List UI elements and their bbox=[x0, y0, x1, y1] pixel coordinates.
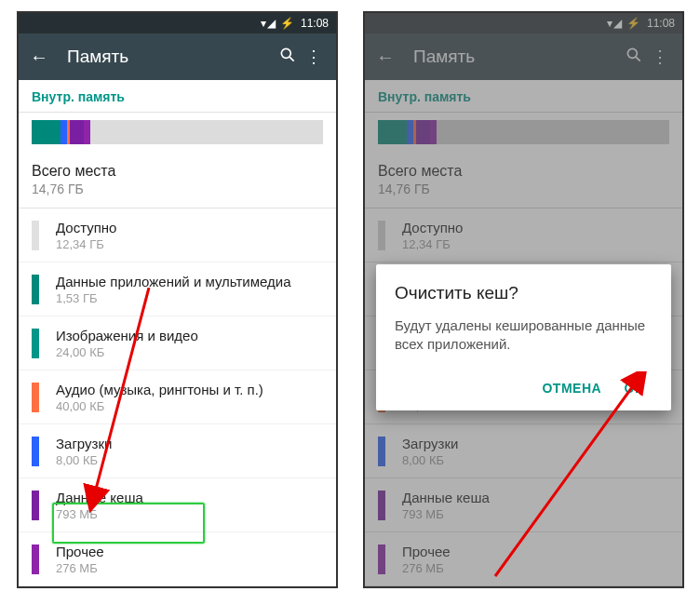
storage-label: Изображения и видео bbox=[56, 328, 198, 343]
cancel-button[interactable]: ОТМЕНА bbox=[532, 375, 611, 401]
storage-row[interactable]: Прочее276 МБ bbox=[19, 532, 336, 586]
clear-cache-dialog: Очистить кеш? Будут удалены кешированные… bbox=[376, 264, 671, 410]
storage-value: 24,00 КБ bbox=[56, 345, 198, 359]
storage-row[interactable]: Доступно12,34 ГБ bbox=[19, 208, 336, 262]
dialog-actions: ОТМЕНА ОК bbox=[395, 375, 653, 401]
storage-value: 793 МБ bbox=[56, 507, 143, 521]
total-label: Всего места bbox=[32, 163, 323, 180]
storage-label: Аудио (музыка, рингтоны и т. п.) bbox=[56, 382, 263, 397]
storage-row[interactable]: Аудио (музыка, рингтоны и т. п.)40,00 КБ bbox=[19, 370, 336, 424]
tab-internal-storage[interactable]: Внутр. память bbox=[19, 80, 336, 113]
storage-row[interactable]: Загрузки8,00 КБ bbox=[19, 424, 336, 478]
storage-usage-bar bbox=[32, 120, 323, 144]
storage-value: 12,34 ГБ bbox=[56, 237, 116, 251]
dialog-title: Очистить кеш? bbox=[395, 283, 653, 303]
storage-row[interactable]: Изображения и видео24,00 КБ bbox=[19, 316, 336, 370]
total-value: 14,76 ГБ bbox=[32, 182, 323, 196]
app-toolbar: ← Память ⋮ bbox=[19, 34, 336, 80]
color-swatch bbox=[32, 544, 39, 574]
svg-point-0 bbox=[281, 48, 290, 58]
usage-segment bbox=[70, 120, 85, 144]
toolbar-title: Память bbox=[67, 47, 275, 67]
more-vert-icon[interactable]: ⋮ bbox=[301, 47, 327, 67]
usage-segment bbox=[32, 120, 61, 144]
storage-value: 40,00 КБ bbox=[56, 399, 263, 413]
color-swatch bbox=[32, 329, 39, 358]
color-swatch bbox=[32, 275, 39, 304]
search-icon[interactable] bbox=[275, 46, 301, 69]
storage-row[interactable]: Данные кеша793 МБ bbox=[19, 478, 336, 532]
status-time: 11:08 bbox=[301, 17, 329, 30]
color-swatch bbox=[32, 383, 39, 412]
total-storage: Всего места 14,76 ГБ bbox=[19, 152, 336, 208]
status-indicators: ▾◢ ⚡ bbox=[261, 17, 295, 30]
usage-segment bbox=[90, 120, 323, 144]
color-swatch bbox=[32, 491, 39, 520]
storage-value: 276 МБ bbox=[56, 561, 104, 575]
storage-label: Загрузки bbox=[56, 436, 112, 451]
dialog-message: Будут удалены кешированные данные всех п… bbox=[395, 316, 653, 355]
storage-label: Прочее bbox=[56, 544, 104, 559]
color-swatch bbox=[32, 437, 39, 466]
storage-label: Данные приложений и мультимедиа bbox=[56, 274, 291, 289]
phone-screenshot-left: ▾◢ ⚡ 11:08 ← Память ⋮ Внутр. память Всег… bbox=[17, 11, 338, 588]
storage-label: Данные кеша bbox=[56, 490, 143, 505]
storage-label: Доступно bbox=[56, 220, 116, 235]
ok-button[interactable]: ОК bbox=[615, 375, 653, 401]
phone-screenshot-right: ▾◢ ⚡ 11:08 ← Память ⋮ Внутр. память Всег… bbox=[363, 11, 684, 588]
color-swatch bbox=[32, 221, 39, 250]
status-bar: ▾◢ ⚡ 11:08 bbox=[19, 13, 336, 34]
back-arrow-icon[interactable]: ← bbox=[28, 47, 50, 66]
svg-line-1 bbox=[289, 57, 294, 61]
storage-value: 1,53 ГБ bbox=[56, 291, 291, 305]
storage-row[interactable]: Данные приложений и мультимедиа1,53 ГБ bbox=[19, 262, 336, 316]
storage-value: 8,00 КБ bbox=[56, 453, 112, 467]
